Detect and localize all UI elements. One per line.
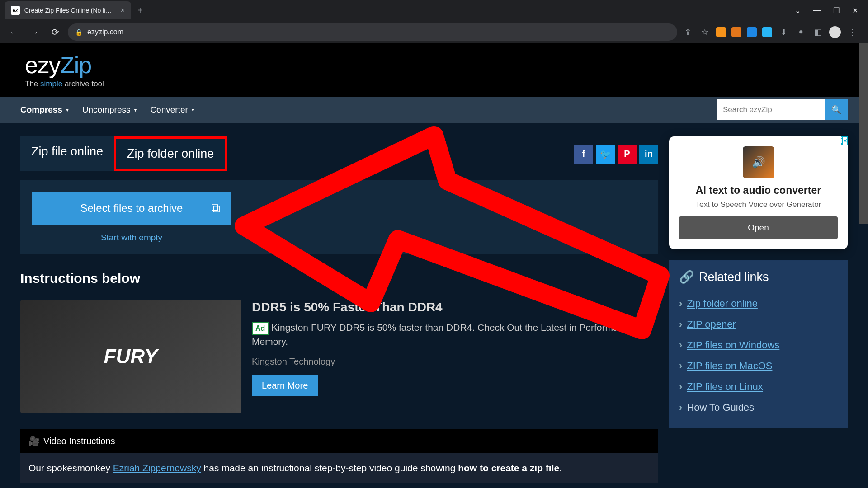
close-window-icon[interactable]: ✕ <box>852 6 858 15</box>
select-files-label: Select files to archive <box>80 202 183 215</box>
related-list: Zip folder online ZIP opener ZIP files o… <box>679 293 838 418</box>
search-button[interactable]: 🔍 <box>825 99 848 120</box>
logo-text-1: ezy <box>25 52 60 78</box>
chevron-down-icon: ▼ <box>191 108 195 113</box>
site-logo[interactable]: ezyZip <box>25 52 843 79</box>
close-icon[interactable]: × <box>121 6 125 14</box>
tab-zip-folder[interactable]: Zip folder online <box>114 136 227 171</box>
ad-image[interactable] <box>20 300 241 413</box>
reload-button[interactable]: ⟳ <box>47 24 63 40</box>
minimize-icon[interactable]: — <box>813 6 821 15</box>
browser-tab[interactable]: eZ Create Zip Files Online (No limits × <box>5 1 131 19</box>
bookmark-icon[interactable]: ☆ <box>699 26 711 38</box>
tagline-post: archive tool <box>62 80 104 88</box>
nav-label: Converter <box>150 105 188 115</box>
extension-icon-2[interactable] <box>731 27 741 37</box>
related-title: 🔗 Related links <box>679 270 838 284</box>
new-tab-button[interactable]: + <box>137 5 143 16</box>
sidebar-ad[interactable]: i× 🔊 AI text to audio converter Text to … <box>669 136 848 249</box>
inline-ad[interactable]: i× DDR5 is 50% Faster Than DDR4 AdKingst… <box>20 296 658 417</box>
share-icon[interactable]: ⇪ <box>682 26 693 38</box>
forward-button[interactable]: → <box>26 24 42 40</box>
tab-title: Create Zip Files Online (No limits <box>24 7 116 14</box>
upload-area: Select files to archive ⧉ Start with emp… <box>20 180 658 254</box>
tagline-simple: simple <box>40 80 62 88</box>
url-input[interactable]: 🔒 ezyzip.com <box>68 23 677 41</box>
link-icon: 🔗 <box>679 270 694 284</box>
related-item: ZIP files on Linux <box>679 376 838 397</box>
back-button[interactable]: ← <box>5 24 22 40</box>
download-icon[interactable]: ⬇ <box>778 26 789 38</box>
related-item: Zip folder online <box>679 293 838 314</box>
tagline-pre: The <box>25 80 40 88</box>
window-dropdown-icon[interactable]: ⌄ <box>795 6 801 15</box>
ad-close-icon[interactable]: × <box>843 136 848 145</box>
nav-left: Compress▼ Uncompress▼ Converter▼ <box>20 105 195 115</box>
related-link-zip-linux[interactable]: ZIP files on Linux <box>687 381 763 393</box>
ad-brand: Kingston Technology <box>252 357 658 367</box>
start-empty-link[interactable]: Start with empty <box>32 233 231 243</box>
tagline: The simple archive tool <box>25 80 843 89</box>
video-icon: 🎥 <box>28 436 40 446</box>
related-link-howto[interactable]: How To Guides <box>687 402 754 413</box>
scrollbar[interactable] <box>859 43 868 224</box>
related-links: 🔗 Related links Zip folder online ZIP op… <box>669 260 848 428</box>
tab-zip-file[interactable]: Zip file online <box>20 136 114 171</box>
video-header-text: Video Instructions <box>43 436 115 446</box>
search-wrap: 🔍 <box>717 99 848 120</box>
ad-marker[interactable]: i× <box>841 136 848 145</box>
nav-converter[interactable]: Converter▼ <box>150 105 195 115</box>
content: Zip file online Zip folder online f 🐦 P … <box>0 123 868 488</box>
extension-icon-1[interactable] <box>716 27 726 37</box>
related-link-zip-opener[interactable]: ZIP opener <box>687 319 736 330</box>
menu-icon[interactable]: ⋮ <box>846 26 858 38</box>
ad-marker[interactable]: i× <box>642 298 658 306</box>
twitter-icon[interactable]: 🐦 <box>596 145 615 164</box>
restore-icon[interactable]: ❐ <box>833 6 840 15</box>
extensions-icon[interactable]: ✦ <box>795 26 807 38</box>
instructions-heading: Instructions below <box>20 271 658 290</box>
chevron-down-icon: ▼ <box>133 108 137 113</box>
sidebar-ad-title: AI text to audio converter <box>679 184 838 197</box>
page-body: ezyZip The simple archive tool Compress▼… <box>0 43 868 488</box>
main-column: Zip file online Zip folder online f 🐦 P … <box>20 136 658 483</box>
select-files-button[interactable]: Select files to archive ⧉ <box>32 192 231 225</box>
ad-description: AdKingston FURY DDR5 is 50% faster than … <box>252 321 658 348</box>
browser-chrome: eZ Create Zip Files Online (No limits × … <box>0 0 868 43</box>
video-instructions-header: 🎥 Video Instructions <box>20 429 658 453</box>
extension-icon-3[interactable] <box>747 27 757 37</box>
panel-icon[interactable]: ◧ <box>812 26 824 38</box>
profile-avatar[interactable] <box>829 26 841 38</box>
ad-title: DDR5 is 50% Faster Than DDR4 <box>252 300 658 314</box>
ad-text: DDR5 is 50% Faster Than DDR4 AdKingston … <box>252 300 658 413</box>
video-instructions-body: Our spokesmonkey Ezriah Zippernowsky has… <box>20 453 658 483</box>
related-link-zip-macos[interactable]: ZIP files on MacOS <box>687 360 772 372</box>
toolbar-right: ⇪ ☆ ⬇ ✦ ◧ ⋮ <box>682 26 863 38</box>
chevron-down-icon: ▼ <box>65 108 70 113</box>
search-input[interactable] <box>717 99 825 120</box>
related-item: How To Guides <box>679 397 838 418</box>
facebook-icon[interactable]: f <box>574 145 593 164</box>
sidebar-ad-subtitle: Text to Speech Voice over Generator <box>679 200 838 209</box>
pinterest-icon[interactable]: P <box>618 145 637 164</box>
related-item: ZIP files on MacOS <box>679 356 838 376</box>
url-text: ezyzip.com <box>87 28 123 36</box>
ad-close-icon[interactable]: × <box>650 298 658 306</box>
extension-icon-4[interactable] <box>762 27 772 37</box>
video-author-link[interactable]: Ezriah Zippernowsky <box>113 463 201 473</box>
sidebar: i× 🔊 AI text to audio converter Text to … <box>669 136 848 483</box>
ad-info-icon[interactable]: i <box>642 298 650 306</box>
video-text-strong: how to create a zip file <box>458 463 559 473</box>
linkedin-icon[interactable]: in <box>639 145 658 164</box>
ad-badge: Ad <box>252 322 269 335</box>
related-item: ZIP opener <box>679 314 838 335</box>
search-icon: 🔍 <box>831 105 841 115</box>
ad-cta-button[interactable]: Learn More <box>252 375 318 396</box>
related-link-zip-windows[interactable]: ZIP files on Windows <box>687 339 779 351</box>
address-bar: ← → ⟳ 🔒 ezyzip.com ⇪ ☆ ⬇ ✦ ◧ ⋮ <box>0 21 868 43</box>
nav-compress[interactable]: Compress▼ <box>20 105 70 115</box>
sidebar-ad-button[interactable]: Open <box>679 216 838 239</box>
dropbox-icon[interactable]: ⧉ <box>211 201 220 216</box>
nav-uncompress[interactable]: Uncompress▼ <box>82 105 138 115</box>
related-link-zip-folder[interactable]: Zip folder online <box>687 298 758 310</box>
